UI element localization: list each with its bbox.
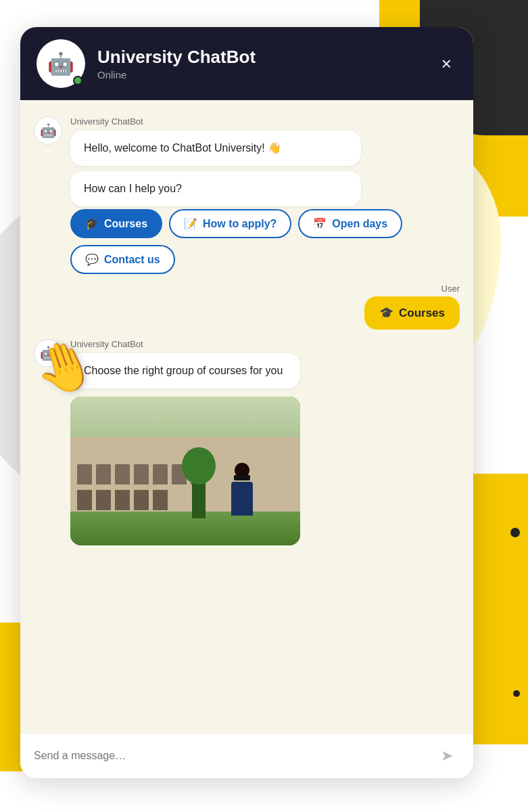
bot-message-row-1: 🤖 University ChatBot Hello, welcome to C… <box>34 116 460 274</box>
chat-window: 🤖 University ChatBot Online × 🤖 Universi… <box>20 27 473 778</box>
windows-row-2 <box>77 490 168 510</box>
close-button[interactable]: × <box>436 51 457 77</box>
window <box>134 464 149 484</box>
tree-canopy <box>182 447 216 484</box>
quick-replies: 🎓 Courses 📝 How to apply? 📅 Open days 💬 … <box>70 209 460 274</box>
bot-message-1-content: University ChatBot Hello, welcome to Cha… <box>70 116 460 274</box>
window <box>115 490 130 510</box>
window <box>134 490 149 510</box>
chat-header: 🤖 University ChatBot Online × <box>20 27 473 100</box>
header-status: Online <box>97 69 424 81</box>
bot-name-label-1: University ChatBot <box>70 116 460 127</box>
bot-name-label-2: University ChatBot <box>70 339 300 349</box>
message-input[interactable] <box>34 750 426 762</box>
qr-opendays-button[interactable]: 📅 Open days <box>298 209 402 238</box>
bubble-group-2: Choose the right group of courses for yo… <box>70 353 300 545</box>
user-courses-emoji: 🎓 <box>379 306 393 320</box>
window <box>96 464 111 484</box>
bubble-welcome: Hello, welcome to ChatBot University! 👋 <box>70 131 361 166</box>
bot-icon-small-2: 🤖 <box>40 345 57 361</box>
qr-courses-button[interactable]: 🎓 Courses <box>70 209 162 238</box>
person-cap <box>234 475 250 480</box>
window <box>96 490 111 510</box>
bot-message-row-2: 🤖 University ChatBot Choose the right gr… <box>34 339 460 545</box>
online-indicator <box>73 76 82 85</box>
apply-emoji: 📝 <box>184 217 197 230</box>
grass <box>70 512 300 545</box>
image-scene <box>70 397 300 545</box>
courses-label: Courses <box>104 218 147 230</box>
bot-icon-small-1: 🤖 <box>40 122 57 139</box>
bot-avatar-large: 🤖 <box>37 39 85 88</box>
bubble-courses: Choose the right group of courses for yo… <box>70 353 300 388</box>
user-bubble: 🎓 Courses <box>364 296 460 330</box>
chat-body: 🤖 University ChatBot Hello, welcome to C… <box>20 100 473 733</box>
contact-label: Contact us <box>104 254 160 266</box>
header-bot-name: University ChatBot <box>97 47 424 68</box>
qr-apply-button[interactable]: 📝 How to apply? <box>169 209 291 238</box>
university-image <box>70 397 300 545</box>
opendays-label: Open days <box>332 218 387 230</box>
chat-input-area: ➤ <box>20 733 473 778</box>
window <box>77 490 92 510</box>
apply-label: How to apply? <box>203 218 277 230</box>
person <box>231 463 253 516</box>
window <box>153 464 168 484</box>
qr-contact-button[interactable]: 💬 Contact us <box>70 245 175 274</box>
window <box>77 464 92 484</box>
contact-emoji: 💬 <box>85 253 99 266</box>
user-message-row: User 🎓 Courses <box>34 284 460 330</box>
bot-icon-large: 🤖 <box>47 51 74 76</box>
bubble-help: How can I help you? <box>70 171 361 206</box>
window <box>115 464 130 484</box>
bot-avatar-small-1: 🤖 <box>34 116 62 145</box>
bot-message-2-content: University ChatBot Choose the right grou… <box>70 339 300 545</box>
bot-avatar-small-2: 🤖 <box>34 339 62 367</box>
bubble-group-1: Hello, welcome to ChatBot University! 👋 … <box>70 131 460 206</box>
dot-2 <box>513 690 520 697</box>
user-courses-text: Courses <box>399 307 445 320</box>
dot-1 <box>510 528 520 537</box>
send-button[interactable]: ➤ <box>434 743 460 769</box>
header-text: University ChatBot Online <box>97 47 424 81</box>
user-label: User <box>441 284 460 294</box>
opendays-emoji: 📅 <box>313 217 327 230</box>
window <box>153 490 168 510</box>
courses-emoji: 🎓 <box>85 217 99 230</box>
person-body <box>231 482 253 516</box>
